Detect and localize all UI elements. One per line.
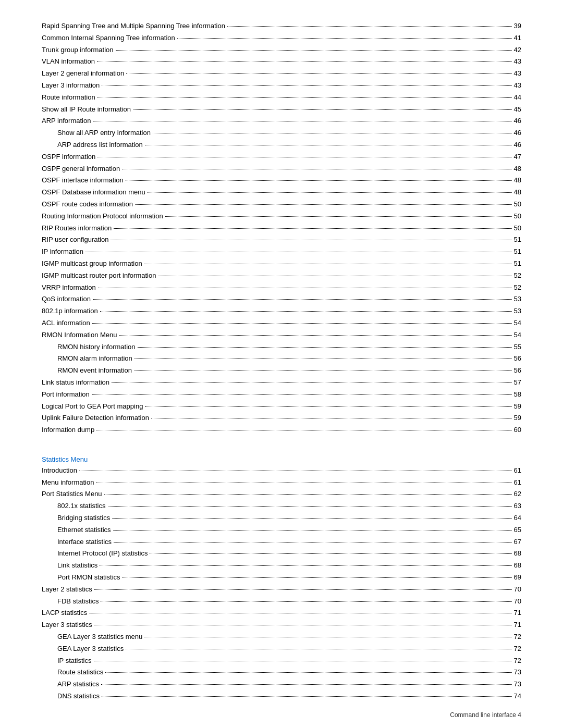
- toc-dots: [111, 240, 511, 240]
- toc-dots: [227, 26, 512, 27]
- toc-entry: RMON event information56: [42, 365, 521, 376]
- toc-title: Introduction: [42, 465, 77, 476]
- toc-page: 53: [514, 306, 521, 317]
- toc-title: ARP statistics: [57, 679, 99, 690]
- toc-title: Link status information: [42, 377, 109, 388]
- toc-page: 60: [514, 425, 521, 436]
- toc-entry: IGMP multicast router port information52: [42, 270, 521, 281]
- toc-title: ARP address list information: [57, 140, 143, 151]
- toc-dots: [101, 684, 512, 685]
- toc-entry: ARP information46: [42, 116, 521, 127]
- toc-page: 61: [514, 465, 521, 476]
- toc-dots: [105, 672, 511, 673]
- toc-title: Layer 3 statistics: [42, 620, 92, 631]
- toc-page: 62: [514, 489, 521, 500]
- toc-entry: Bridging statistics64: [42, 513, 521, 524]
- toc-title: ARP information: [42, 116, 91, 127]
- toc-dots: [158, 276, 511, 276]
- toc-dots: [93, 299, 512, 300]
- toc-page: 58: [514, 389, 521, 400]
- toc-page: 50: [514, 223, 521, 234]
- toc-title: Rapid Spanning Tree and Multiple Spannin…: [42, 21, 225, 32]
- toc-page: 72: [514, 644, 521, 655]
- toc-page: 41: [514, 33, 521, 44]
- toc-title: Show all ARP entry information: [57, 128, 151, 139]
- toc-dots: [114, 228, 511, 229]
- toc-dots: [102, 85, 511, 86]
- toc-entry: Trunk group information42: [42, 45, 521, 56]
- toc-dots: [94, 625, 512, 625]
- toc-page: 55: [514, 342, 521, 353]
- toc-title: IGMP multicast group information: [42, 258, 142, 269]
- toc-entry: RIP Routes information50: [42, 223, 521, 234]
- toc-dots: [153, 133, 512, 133]
- toc-title: Interface statistics: [57, 537, 112, 548]
- toc-entry: RMON history information55: [42, 342, 521, 353]
- toc-entry: OSPF route codes information50: [42, 199, 521, 210]
- toc-dots: [151, 418, 512, 418]
- toc-page: 48: [514, 187, 521, 198]
- toc-page: 61: [514, 477, 521, 488]
- toc-entry: Port RMON statistics69: [42, 572, 521, 583]
- toc-page: 64: [514, 513, 521, 524]
- toc-page: 68: [514, 560, 521, 571]
- toc-page: 42: [514, 45, 521, 56]
- toc-dots: [96, 483, 511, 483]
- toc-dots: [145, 145, 512, 145]
- toc-entry: Logical Port to GEA Port mapping59: [42, 401, 521, 412]
- toc-page: 73: [514, 667, 521, 678]
- toc-dots: [123, 577, 512, 578]
- toc-dots: [89, 613, 511, 613]
- toc-title: OSPF route codes information: [42, 199, 133, 210]
- toc-title: Internet Protocol (IP) statistics: [57, 548, 148, 559]
- toc-page: 43: [514, 68, 521, 79]
- toc-entry: OSPF Database information menu48: [42, 187, 521, 198]
- toc-page: 59: [514, 401, 521, 412]
- toc-dots: [85, 252, 512, 252]
- toc-page: 53: [514, 294, 521, 305]
- toc-entry: Show all ARP entry information46: [42, 128, 521, 139]
- toc-title: Layer 3 information: [42, 80, 100, 91]
- toc-dots: [145, 406, 511, 407]
- toc-title: IGMP multicast router port information: [42, 270, 156, 281]
- toc-page: 72: [514, 656, 521, 667]
- toc-page: 71: [514, 620, 521, 631]
- toc-page: 43: [514, 80, 521, 91]
- toc-dots: [119, 335, 512, 336]
- toc-title: Port information: [42, 389, 90, 400]
- toc-entry: Menu information61: [42, 477, 521, 488]
- toc-entry: OSPF interface information48: [42, 175, 521, 186]
- toc-entry: VLAN information43: [42, 56, 521, 67]
- toc-dots: [98, 288, 512, 288]
- toc-dots: [101, 601, 511, 602]
- toc-title: Route statistics: [57, 667, 103, 678]
- toc-dots: [97, 157, 511, 157]
- toc-page: 56: [514, 353, 521, 364]
- toc-page: 72: [514, 632, 521, 643]
- toc-entry: Layer 3 statistics71: [42, 620, 521, 631]
- toc-entry: OSPF general information48: [42, 164, 521, 175]
- toc-dots: [92, 323, 512, 324]
- toc-entry: RMON Information Menu54: [42, 330, 521, 341]
- toc-entry: Interface statistics67: [42, 537, 521, 548]
- toc-page: 63: [514, 501, 521, 512]
- toc-entry: Rapid Spanning Tree and Multiple Spannin…: [42, 21, 521, 32]
- toc-page: 69: [514, 572, 521, 583]
- toc-title: OSPF interface information: [42, 175, 124, 186]
- toc-dots: [165, 216, 512, 217]
- toc-dots: [97, 61, 512, 62]
- toc-entry: Link status information57: [42, 377, 521, 388]
- toc-title: 802.1x statistics: [57, 501, 106, 512]
- toc-dots: [126, 180, 512, 181]
- toc-title: ACL information: [42, 318, 90, 329]
- toc-title: Menu information: [42, 477, 94, 488]
- toc-entry: ARP address list information46: [42, 140, 521, 151]
- toc-entry: Uplink Failure Detection information59: [42, 413, 521, 424]
- toc-entry: DNS statistics74: [42, 691, 521, 702]
- toc-dots: [122, 169, 511, 169]
- toc-title: Routing Information Protocol information: [42, 211, 163, 222]
- toc-entry: QoS information53: [42, 294, 521, 305]
- toc-title: Ethernet statistics: [57, 525, 111, 536]
- toc-title: 802.1p information: [42, 306, 98, 317]
- toc-title: RMON history information: [57, 342, 136, 353]
